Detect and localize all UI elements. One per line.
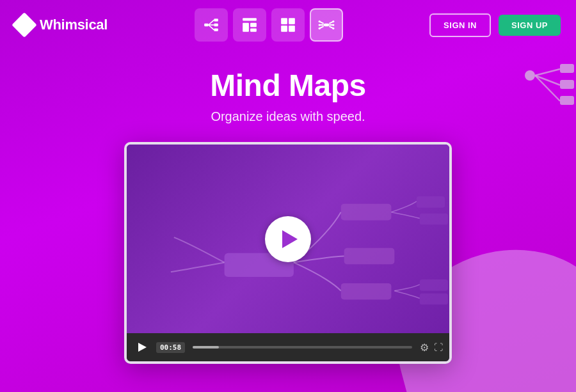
svg-rect-37 — [344, 248, 395, 265]
svg-point-33 — [332, 24, 334, 26]
svg-rect-17 — [250, 28, 257, 31]
video-fullscreen-button[interactable]: ⛶ — [434, 342, 443, 352]
video-progress-fill — [193, 346, 219, 349]
hero-subtitle: Organize ideas with speed. — [0, 109, 576, 124]
video-player: 00:58 ⚙ ⛶ — [124, 142, 452, 364]
hero-title: Mind Maps — [0, 68, 576, 103]
logo-diamond — [12, 12, 37, 38]
svg-line-11 — [208, 20, 214, 25]
svg-rect-10 — [214, 28, 218, 31]
svg-rect-40 — [420, 214, 448, 225]
video-timestamp: 00:58 — [156, 342, 185, 353]
svg-rect-15 — [243, 23, 249, 32]
svg-rect-7 — [204, 24, 209, 26]
svg-rect-42 — [420, 294, 448, 305]
video-controls: 00:58 ⚙ ⛶ — [127, 333, 449, 361]
svg-rect-19 — [289, 18, 295, 24]
sticky-icon — [280, 17, 296, 33]
signin-button[interactable]: SIGN IN — [429, 13, 491, 37]
svg-rect-38 — [341, 283, 392, 300]
svg-point-31 — [318, 27, 320, 29]
svg-rect-21 — [289, 26, 295, 32]
svg-rect-20 — [281, 26, 287, 32]
video-body — [127, 145, 449, 333]
nav-mindmap-button[interactable] — [310, 8, 343, 42]
nav-sticky-button[interactable] — [271, 8, 305, 42]
video-progress-track[interactable] — [193, 346, 412, 349]
svg-rect-36 — [341, 204, 392, 221]
nav-actions: SIGN IN SIGN UP — [429, 13, 561, 37]
mindmap-icon — [318, 17, 335, 33]
svg-line-13 — [208, 25, 214, 30]
hero-section: Mind Maps Organize ideas with speed. — [0, 50, 576, 364]
svg-rect-9 — [214, 24, 218, 26]
nav-wireframe-button[interactable] — [233, 8, 266, 42]
svg-rect-16 — [250, 23, 257, 27]
logo[interactable]: Whimsical — [15, 16, 108, 34]
svg-rect-39 — [417, 196, 445, 208]
flowchart-icon — [203, 17, 220, 33]
wireframe-icon — [241, 17, 258, 33]
svg-rect-22 — [323, 24, 329, 26]
video-settings-button[interactable]: ⚙ — [420, 341, 429, 354]
play-button[interactable] — [265, 216, 311, 262]
nav-flowchart-button[interactable] — [195, 8, 228, 42]
svg-point-32 — [332, 20, 334, 22]
svg-point-29 — [318, 20, 320, 22]
svg-point-34 — [332, 27, 334, 29]
signup-button[interactable]: SIGN UP — [499, 15, 561, 36]
svg-point-30 — [318, 24, 320, 26]
svg-rect-18 — [281, 18, 287, 24]
navbar: Whimsical — [0, 0, 576, 50]
video-play-button[interactable] — [133, 338, 151, 356]
svg-rect-14 — [243, 18, 257, 20]
nav-icon-group — [195, 8, 343, 42]
svg-rect-8 — [214, 19, 218, 21]
svg-rect-41 — [420, 279, 448, 291]
brand-name: Whimsical — [40, 17, 108, 33]
